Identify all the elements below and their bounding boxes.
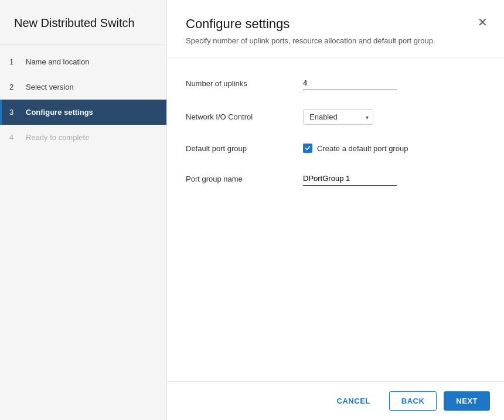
number-of-uplinks-label: Number of uplinks <box>186 79 303 88</box>
step-3-number: 3 <box>9 108 19 117</box>
network-io-control-select[interactable]: Enabled Disabled <box>303 109 373 125</box>
step-4-number: 4 <box>9 133 19 142</box>
cancel-button[interactable]: CANCEL <box>325 392 382 410</box>
sidebar-step-4: 4 Ready to complete <box>0 125 166 150</box>
default-port-group-row: Default port group Create a default port… <box>186 144 485 153</box>
checkmark-icon <box>305 145 311 151</box>
default-port-group-control: Create a default port group <box>303 144 420 153</box>
default-port-group-checkbox-label: Create a default port group <box>317 144 408 153</box>
close-button[interactable]: ✕ <box>475 14 490 30</box>
step-2-number: 2 <box>9 83 19 91</box>
close-icon: ✕ <box>478 16 488 29</box>
step-3-label: Configure settings <box>26 108 93 117</box>
port-group-name-control <box>303 172 420 186</box>
number-of-uplinks-row: Number of uplinks <box>186 76 485 90</box>
content-header: Configure settings Specify number of upl… <box>167 0 504 57</box>
step-4-label: Ready to complete <box>26 133 89 142</box>
dialog-title: New Distributed Switch <box>0 0 166 45</box>
network-io-control-control: Enabled Disabled ▾ <box>303 109 420 125</box>
next-button[interactable]: NEXT <box>444 391 490 411</box>
sidebar-step-1[interactable]: 1 Name and location <box>0 49 166 74</box>
network-io-select-wrapper: Enabled Disabled ▾ <box>303 109 373 125</box>
network-io-control-label: Network I/O Control <box>186 112 303 121</box>
default-port-group-checkbox[interactable] <box>303 144 312 153</box>
steps-list: 1 Name and location 2 Select version 3 C… <box>0 45 166 155</box>
network-io-control-row: Network I/O Control Enabled Disabled ▾ <box>186 109 485 125</box>
page-subtitle: Specify number of uplink ports, resource… <box>186 36 485 45</box>
port-group-name-label: Port group name <box>186 175 303 183</box>
sidebar-step-2[interactable]: 2 Select version <box>0 74 166 100</box>
port-group-name-input[interactable] <box>303 172 397 186</box>
back-button[interactable]: BACK <box>389 391 437 411</box>
sidebar: New Distributed Switch 1 Name and locati… <box>0 0 167 420</box>
main-content: Configure settings Specify number of upl… <box>167 0 504 420</box>
port-group-name-row: Port group name <box>186 172 485 186</box>
step-1-label: Name and location <box>26 57 89 66</box>
number-of-uplinks-control <box>303 76 420 90</box>
form-body: Number of uplinks Network I/O Control En… <box>167 57 504 381</box>
new-distributed-switch-dialog: New Distributed Switch 1 Name and locati… <box>0 0 504 420</box>
step-1-number: 1 <box>9 57 19 66</box>
page-title: Configure settings <box>186 16 485 32</box>
dialog-footer: CANCEL BACK NEXT <box>167 381 504 420</box>
step-2-label: Select version <box>26 83 74 91</box>
default-port-group-label: Default port group <box>186 144 303 153</box>
sidebar-step-3[interactable]: 3 Configure settings <box>0 100 166 125</box>
number-of-uplinks-input[interactable] <box>303 76 397 90</box>
